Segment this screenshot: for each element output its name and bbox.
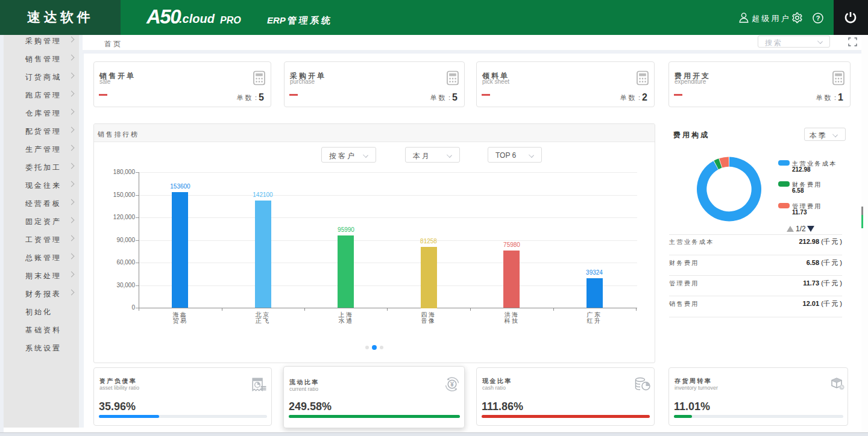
svg-text:¥: ¥ [450, 381, 454, 388]
svg-text:?: ? [816, 14, 820, 22]
